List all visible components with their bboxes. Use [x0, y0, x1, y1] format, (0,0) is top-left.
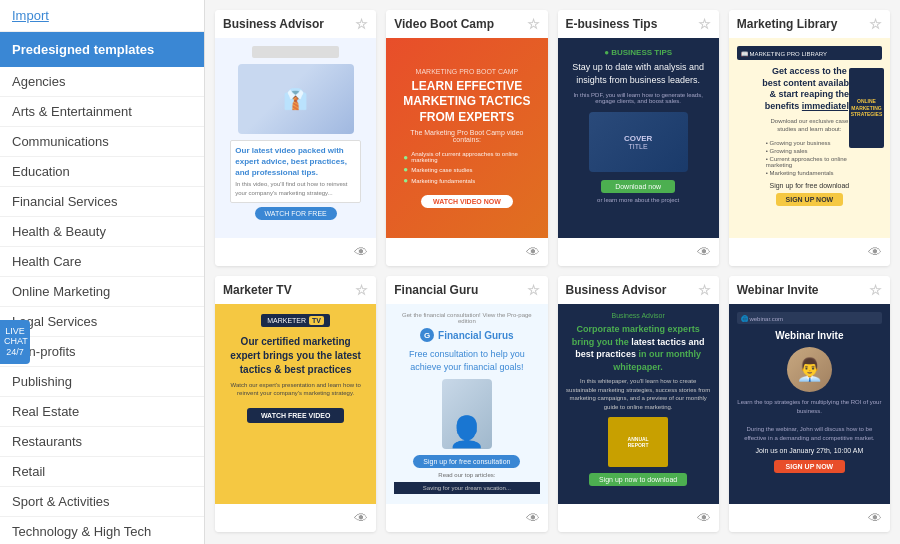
- preview-top-bar: 🌐 webinar.com: [737, 312, 882, 324]
- preview-top-label: MARKETING PRO BOOT CAMP: [416, 68, 519, 75]
- template-preview: ● BUSINESS TIPS Stay up to date with ana…: [558, 38, 719, 238]
- template-footer: 👁: [558, 504, 719, 532]
- favorite-star-icon[interactable]: ☆: [527, 16, 540, 32]
- favorite-star-icon[interactable]: ☆: [527, 282, 540, 298]
- preview-eye-icon[interactable]: 👁: [526, 510, 540, 526]
- preview-body: Learn the top strategies for multiplying…: [737, 398, 882, 443]
- preview-top-text: Get the financial consultation! View the…: [394, 312, 539, 324]
- sidebar-item-education[interactable]: Education: [0, 157, 204, 187]
- template-footer: 👁: [215, 504, 376, 532]
- preview-sign: Sign up for free download: [769, 182, 849, 189]
- preview-eye-icon[interactable]: 👁: [354, 244, 368, 260]
- template-card-webinar-invite[interactable]: Webinar Invite ☆ 🌐 webinar.com Webinar I…: [729, 276, 890, 532]
- preview-cover: COVER TITLE: [589, 112, 688, 172]
- live-chat-button[interactable]: LIVE CHAT 24/7: [0, 320, 30, 364]
- preview-eye-icon[interactable]: 👁: [697, 510, 711, 526]
- template-card-e-business-tips[interactable]: E-business Tips ☆ ● BUSINESS TIPS Stay u…: [558, 10, 719, 266]
- sidebar-item-tech[interactable]: Technology & High Tech: [0, 517, 204, 544]
- preview-list: Growing your business Growing sales Curr…: [766, 138, 853, 178]
- sidebar-item-sport[interactable]: Sport & Activities: [0, 487, 204, 517]
- template-title: Business Advisor: [223, 17, 324, 31]
- preview-list-item-4: Marketing fundamentals: [766, 170, 853, 176]
- favorite-star-icon[interactable]: ☆: [355, 16, 368, 32]
- preview-body: Download our exclusive case studies and …: [762, 117, 856, 134]
- preview-brand: Business Advisor: [611, 312, 664, 319]
- sidebar-item-legal[interactable]: Legal Services: [0, 307, 204, 337]
- template-preview: Get the financial consultation! View the…: [386, 304, 547, 504]
- preview-cover-subtitle: TITLE: [629, 143, 648, 150]
- sidebar-item-retail[interactable]: Retail: [0, 457, 204, 487]
- sidebar-item-agencies[interactable]: Agencies: [0, 67, 204, 97]
- sidebar-import[interactable]: Import: [0, 0, 204, 32]
- favorite-star-icon[interactable]: ☆: [869, 16, 882, 32]
- template-title: Marketing Library: [737, 17, 838, 31]
- preview-report-sublabel: REPORT: [628, 442, 649, 448]
- template-footer: 👁: [729, 504, 890, 532]
- preview-feature-1: Analysis of current approaches to online…: [403, 151, 530, 163]
- preview-report: ANNUAL REPORT: [608, 417, 668, 467]
- preview-list-item-2: Growing sales: [766, 148, 853, 154]
- preview-headline: Corporate marketing experts bring you th…: [566, 323, 711, 373]
- main-content: Business Advisor ☆ 👔 Our latest video pa…: [205, 0, 900, 544]
- preview-cta-button: WATCH FREE VIDEO: [247, 408, 344, 423]
- preview-feature-3: Marketing fundamentals: [403, 176, 530, 185]
- preview-brand-pro: TV: [309, 316, 324, 325]
- favorite-star-icon[interactable]: ☆: [355, 282, 368, 298]
- preview-brand: MARKETER TV: [261, 314, 330, 327]
- template-footer: 👁: [386, 238, 547, 266]
- preview-brand: G Financial Gurus: [420, 328, 514, 342]
- preview-brand-icon: G: [420, 328, 434, 342]
- favorite-star-icon[interactable]: ☆: [698, 16, 711, 32]
- sidebar-item-real-estate[interactable]: Real Estate: [0, 397, 204, 427]
- preview-sidebar-text: ONLINE MARKETING STRATEGIES: [849, 98, 884, 118]
- template-card-header: Business Advisor ☆: [558, 276, 719, 304]
- template-card-marketing-library[interactable]: Marketing Library ☆ 📖 MARKETING PRO LIBR…: [729, 10, 890, 266]
- preview-cta-button: Sign up for free consultation: [413, 455, 520, 468]
- template-title: Business Advisor: [566, 283, 667, 297]
- preview-eye-icon[interactable]: 👁: [868, 244, 882, 260]
- template-card-business-advisor-1[interactable]: Business Advisor ☆ 👔 Our latest video pa…: [215, 10, 376, 266]
- preview-person: [442, 379, 492, 449]
- template-card-header: E-business Tips ☆: [558, 10, 719, 38]
- template-card-header: Financial Guru ☆: [386, 276, 547, 304]
- sidebar-predesigned[interactable]: Predesigned templates: [0, 32, 204, 67]
- sidebar-item-nonprofits[interactable]: Non-profits: [0, 337, 204, 367]
- sidebar-item-health-beauty[interactable]: Health & Beauty: [0, 217, 204, 247]
- sidebar-item-online-marketing[interactable]: Online Marketing: [0, 277, 204, 307]
- sidebar-item-arts[interactable]: Arts & Entertainment: [0, 97, 204, 127]
- preview-brand: ● BUSINESS TIPS: [604, 48, 672, 57]
- preview-list-item-1: Growing your business: [766, 140, 853, 146]
- template-title: Marketer TV: [223, 283, 292, 297]
- template-grid: Business Advisor ☆ 👔 Our latest video pa…: [215, 0, 890, 532]
- preview-list-item-3: Current approaches to online marketing: [766, 156, 853, 168]
- template-preview: 📖 MARKETING PRO LIBRARY Get access to th…: [729, 38, 890, 238]
- template-card-marketer-tv[interactable]: Marketer TV ☆ MARKETER TV Our certified …: [215, 276, 376, 532]
- preview-features: Analysis of current approaches to online…: [403, 149, 530, 187]
- preview-top-bar: 📖 MARKETING PRO LIBRARY: [737, 46, 882, 60]
- preview-eye-icon[interactable]: 👁: [354, 510, 368, 526]
- preview-eye-icon[interactable]: 👁: [526, 244, 540, 260]
- template-card-video-boot-camp[interactable]: Video Boot Camp ☆ MARKETING PRO BOOT CAM…: [386, 10, 547, 266]
- template-preview: MARKETER TV Our certified marketing expe…: [215, 304, 376, 504]
- sidebar-item-financial-services[interactable]: Financial Services: [0, 187, 204, 217]
- template-card-business-advisor-2[interactable]: Business Advisor ☆ Business Advisor Corp…: [558, 276, 719, 532]
- sidebar-item-publishing[interactable]: Publishing: [0, 367, 204, 397]
- template-footer: 👁: [215, 238, 376, 266]
- template-card-header: Marketing Library ☆: [729, 10, 890, 38]
- favorite-star-icon[interactable]: ☆: [869, 282, 882, 298]
- preview-top-bar-text: 🌐 webinar.com: [741, 315, 783, 322]
- preview-sub: Watch our expert's presentation and lear…: [225, 381, 366, 398]
- preview-feature-2: Marketing case studies: [403, 165, 530, 174]
- sidebar-item-restaurants[interactable]: Restaurants: [0, 427, 204, 457]
- preview-eye-icon[interactable]: 👁: [868, 510, 882, 526]
- template-title: Financial Guru: [394, 283, 478, 297]
- template-card-header: Webinar Invite ☆: [729, 276, 890, 304]
- preview-headline-highlight: latest tactics and best practices: [575, 337, 704, 360]
- preview-brand-text: 📖 MARKETING PRO LIBRARY: [741, 50, 827, 57]
- preview-person-image: 👔: [238, 64, 354, 134]
- preview-eye-icon[interactable]: 👁: [697, 244, 711, 260]
- sidebar-item-health-care[interactable]: Health Care: [0, 247, 204, 277]
- sidebar-item-communications[interactable]: Communications: [0, 127, 204, 157]
- template-card-financial-guru[interactable]: Financial Guru ☆ Get the financial consu…: [386, 276, 547, 532]
- favorite-star-icon[interactable]: ☆: [698, 282, 711, 298]
